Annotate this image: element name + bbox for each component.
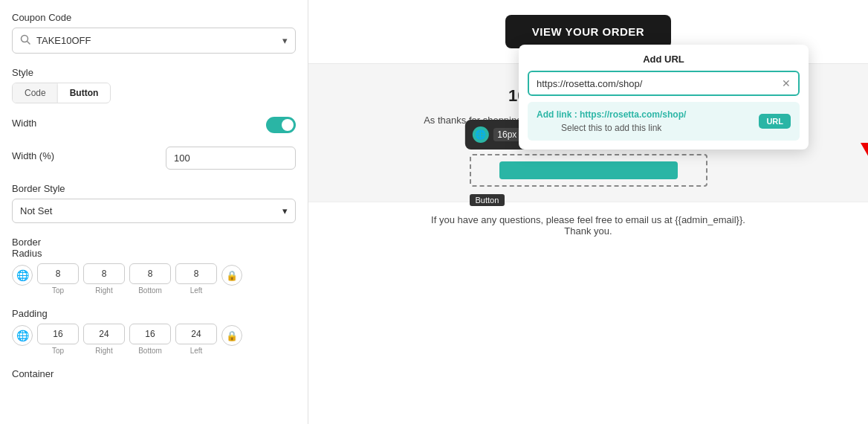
padding-globe-icon: 🌐 [16, 330, 29, 341]
padding-right-wrap: Right [83, 324, 125, 355]
border-radius-left-wrap: Left [175, 263, 217, 295]
border-radius-bottom-wrap: Bottom [129, 263, 171, 295]
padding-lock-icon: 🔒 [226, 330, 238, 341]
bottom-text-line1: If you have any questions, please feel f… [323, 214, 853, 225]
border-style-value: Not Set [20, 205, 52, 216]
border-radius-globe-btn[interactable]: 🌐 [12, 265, 33, 286]
search-icon [20, 34, 30, 47]
bottom-text-line2: Thank you. [323, 225, 853, 237]
border-radius-top[interactable] [37, 263, 79, 284]
border-radius-top-label: Top [52, 286, 64, 295]
border-radius-right-wrap: Right [83, 263, 125, 295]
url-clear-btn[interactable]: ✕ [782, 77, 791, 89]
width-label: Width [12, 118, 36, 129]
url-suggestion-main: Add link : https://rosetta.com/shop/ [537, 108, 686, 121]
padding-bottom-label: Bottom [138, 347, 162, 355]
padding-lock-btn[interactable]: 🔒 [221, 325, 242, 346]
border-radius-bottom[interactable] [129, 263, 171, 284]
border-radius-left-label: Left [190, 286, 203, 295]
padding-globe-btn[interactable]: 🌐 [12, 325, 33, 346]
chevron-down-icon: ▾ [282, 35, 288, 46]
border-radius-section: Border Radius 🌐 Top Right Bottom [12, 237, 296, 295]
container-row: Container [12, 368, 296, 379]
url-suggestion[interactable]: Add link : https://rosetta.com/shop/ Sel… [528, 102, 800, 141]
url-input[interactable] [537, 78, 782, 89]
border-radius-lock-btn[interactable]: 🔒 [221, 265, 242, 286]
padding-section: Padding 🌐 Top Right Bottom [12, 308, 296, 355]
lock-icon: 🔒 [226, 270, 238, 281]
padding-fields: Top Right Bottom Left [37, 324, 217, 355]
globe-icon: 🌐 [16, 269, 29, 281]
url-type-badge[interactable]: URL [759, 114, 791, 129]
border-radius-left[interactable] [175, 263, 217, 284]
discount-section: 10% OFF DISCOUNT As thanks for shopping … [308, 64, 868, 202]
svg-line-1 [27, 42, 30, 45]
style-section: Style Code Button [12, 67, 296, 103]
bottom-text-section: If you have any questions, please feel f… [308, 202, 868, 248]
preview-area: VIEW YOUR ORDER 10% OFF DISCOUNT As than… [308, 0, 868, 424]
border-radius-label: Border Radius [12, 237, 296, 259]
width-pct-section: Width (%) 100 [12, 147, 296, 170]
padding-right[interactable] [83, 324, 125, 344]
border-radius-top-wrap: Top [37, 263, 79, 295]
view-order-button[interactable]: VIEW YOUR ORDER [505, 15, 671, 48]
border-style-select[interactable]: Not Set ▾ [12, 199, 296, 223]
padding-left-wrap: Left [175, 324, 217, 355]
url-suggestion-text: Add link : https://rosetta.com/shop/ Sel… [537, 108, 686, 135]
url-input-wrap: ✕ [528, 71, 800, 96]
svg-marker-3 [861, 143, 868, 169]
coupon-code-value: TAKE10OFF [36, 35, 276, 46]
border-radius-right-label: Right [95, 286, 112, 295]
padding-left-label: Left [190, 347, 203, 355]
coupon-button-dashed-box: Button [470, 154, 707, 187]
padding-top[interactable] [37, 324, 79, 344]
coupon-code-select[interactable]: TAKE10OFF ▾ [12, 28, 296, 54]
style-label: Style [12, 67, 296, 78]
right-panel: VIEW YOUR ORDER 10% OFF DISCOUNT As than… [308, 0, 868, 424]
dashed-box-container: 🌐 16px ▾ B I ≡ S̶ A▾ ⬜ [470, 154, 707, 187]
left-panel: Coupon Code TAKE10OFF ▾ Style Code Butto… [0, 0, 308, 424]
red-arrow [853, 87, 868, 179]
border-radius-row: 🌐 Top Right Bottom Left [12, 263, 296, 295]
border-style-label: Border Style [12, 183, 296, 194]
style-toggle-group: Code Button [12, 83, 111, 103]
border-style-chevron: ▾ [282, 205, 288, 216]
padding-row: 🌐 Top Right Bottom Left [12, 324, 296, 355]
padding-top-label: Top [52, 347, 64, 355]
coupon-code-label: Coupon Code [12, 12, 296, 23]
add-url-label: Add URL [528, 54, 800, 65]
button-element-wrap: 🌐 16px ▾ B I ≡ S̶ A▾ ⬜ [323, 154, 853, 187]
border-style-section: Border Style Not Set ▾ [12, 183, 296, 223]
padding-top-wrap: Top [37, 324, 79, 355]
toolbar-globe-icon: 🌐 [472, 126, 488, 143]
padding-bottom-wrap: Bottom [129, 324, 171, 355]
button-tag: Button [470, 194, 505, 206]
width-toggle[interactable] [266, 117, 296, 133]
border-radius-right[interactable] [83, 263, 125, 284]
width-pct-input[interactable]: 100 [166, 147, 296, 170]
coupon-code-section: Coupon Code TAKE10OFF ▾ [12, 12, 296, 54]
add-url-popup: Add URL ✕ Add link : https://rosetta.com… [519, 45, 809, 150]
width-pct-label: Width (%) [12, 150, 54, 161]
border-radius-bottom-label: Bottom [138, 286, 162, 295]
style-button-btn[interactable]: Button [58, 83, 111, 103]
padding-label: Padding [12, 308, 296, 319]
border-radius-fields: Top Right Bottom Left [37, 263, 217, 295]
padding-bottom[interactable] [129, 324, 171, 344]
style-code-btn[interactable]: Code [13, 83, 58, 103]
url-suggestion-sub: Select this to add this link [537, 121, 686, 135]
width-section: Width [12, 117, 296, 133]
container-label: Container [12, 368, 54, 379]
padding-right-label: Right [95, 347, 112, 355]
padding-left[interactable] [175, 324, 217, 344]
coupon-button-preview[interactable] [499, 161, 678, 179]
